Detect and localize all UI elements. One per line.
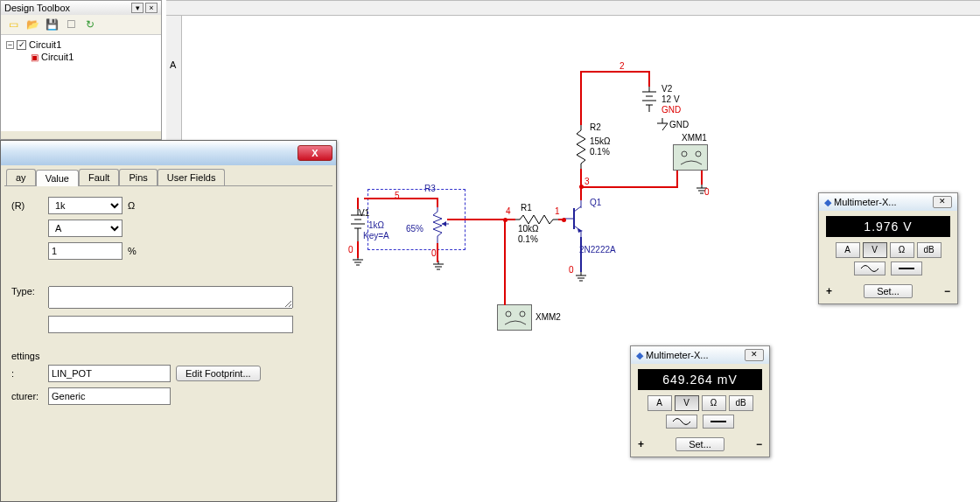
wire-q1-e	[580, 237, 582, 272]
gnd-symbol-v2[interactable]	[655, 118, 669, 132]
wire-node2-h	[580, 71, 649, 73]
q1-model: 2N2222A	[579, 245, 616, 254]
tree-root-row[interactable]: − ✓ Circuit1	[6, 38, 156, 51]
mm2-set-button[interactable]: Set...	[676, 437, 724, 451]
refresh-icon[interactable]: ↻	[83, 17, 97, 31]
save-icon[interactable]: 💾	[45, 17, 59, 31]
wire-v1-gnd	[357, 241, 359, 258]
toolbox-toolbar: ▭ 📂 💾 ☐ ↻	[1, 15, 161, 35]
hierarchy-icon[interactable]: ☐	[64, 17, 78, 31]
tree-expander-icon[interactable]: −	[6, 41, 14, 49]
tab-user-fields[interactable]: User Fields	[158, 169, 226, 185]
wire-v1-r3top	[364, 198, 438, 199]
mm2-mode-a[interactable]: A	[648, 395, 672, 411]
toolbox-pin-icon[interactable]: ▾	[131, 3, 144, 13]
r3-gnd-icon	[431, 261, 445, 273]
mm1-ac-button[interactable]	[854, 261, 886, 275]
component-properties-dialog[interactable]: X ay Value Fault Pins User Fields (R) 1k…	[0, 140, 337, 502]
footprint-input[interactable]	[48, 365, 171, 382]
toolbox-titlebar[interactable]: Design Toolbox ▾ ×	[1, 1, 161, 15]
multimeter-window-1[interactable]: ◆Multimeter-X... ✕ 1.976 V A V Ω dB + Se…	[818, 192, 958, 304]
tab-value[interactable]: Value	[36, 170, 79, 186]
toolbox-title-text: Design Toolbox	[4, 3, 70, 13]
mm2-mode-db[interactable]: dB	[729, 395, 753, 411]
v1-symbol[interactable]	[348, 208, 368, 243]
tab-fault[interactable]: Fault	[79, 169, 119, 185]
mm2-close-button[interactable]: ✕	[745, 349, 764, 361]
mm2-plus-terminal: +	[638, 438, 644, 450]
node-1	[562, 218, 566, 222]
mm1-dc-button[interactable]	[891, 261, 922, 275]
tree-checkbox[interactable]: ✓	[17, 40, 26, 50]
mm1-display: 1.976 V	[826, 216, 950, 237]
svg-point-41	[520, 311, 525, 317]
ruler-letter: A	[170, 59, 176, 70]
xmm1-name: XMM1	[682, 133, 707, 143]
xmm1-node0: 0	[704, 187, 710, 197]
node-4	[503, 218, 508, 222]
edit-footprint-button[interactable]: Edit Footprint...	[176, 366, 261, 381]
wire-r3-gnd	[437, 243, 438, 262]
manufacturer-label: cturer:	[11, 391, 43, 401]
design-toolbox-panel: Design Toolbox ▾ × ▭ 📂 💾 ☐ ↻ − ✓ Circuit…	[0, 0, 162, 140]
tab-pins[interactable]: Pins	[119, 169, 157, 185]
r2-symbol[interactable]	[575, 125, 587, 169]
mm2-mode-ohm[interactable]: Ω	[702, 395, 726, 411]
wire-xmm2-neg	[504, 219, 506, 305]
tree-root-label: Circuit1	[29, 39, 61, 50]
mm2-dc-button[interactable]	[703, 415, 734, 429]
q1-symbol[interactable]	[564, 199, 595, 238]
mm2-title: Multimeter-X...	[646, 350, 709, 360]
svg-point-40	[506, 311, 511, 317]
mm2-mode-v[interactable]: V	[675, 395, 699, 411]
r2-value: 15kΩ	[590, 136, 611, 146]
v2-name: V2	[662, 84, 672, 94]
multimeter-window-2[interactable]: ◆Multimeter-X... ✕ 649.264 mV A V Ω dB +…	[630, 345, 770, 457]
r1-name: R1	[521, 203, 532, 213]
r3-bot-node: 0	[431, 248, 437, 258]
v2-value: 12 V	[662, 94, 680, 104]
dialog-titlebar[interactable]: X	[1, 141, 336, 165]
type-input2[interactable]	[48, 316, 293, 333]
v2-gnd1: GND	[662, 105, 681, 115]
toolbox-close-icon[interactable]: ×	[145, 3, 158, 13]
tree-child-label: Circuit1	[41, 52, 74, 62]
wire-xmm1-posv	[701, 171, 703, 185]
r2-name: R2	[590, 122, 601, 132]
dialog-close-button[interactable]: X	[298, 145, 332, 161]
open-file-icon[interactable]: 📂	[25, 17, 39, 31]
percent-unit: %	[128, 246, 136, 256]
wire-r2-top	[580, 71, 582, 125]
mm1-minus-terminal: −	[944, 285, 950, 297]
wire-q1-c	[580, 186, 582, 200]
app-icon: ◆	[824, 197, 831, 208]
resistance-input[interactable]: 1k	[48, 197, 122, 214]
r2-tol: 0.1%	[590, 147, 610, 157]
wire-xmm1-negv	[676, 171, 678, 188]
mm1-mode-a[interactable]: A	[836, 242, 860, 258]
xmm1-symbol[interactable]	[673, 144, 708, 171]
xmm2-name: XMM2	[536, 312, 561, 322]
mm1-close-button[interactable]: ✕	[933, 196, 952, 208]
design-tree: − ✓ Circuit1 ▣ Circuit1	[1, 35, 161, 131]
v2-symbol[interactable]	[640, 86, 659, 112]
mm1-set-button[interactable]: Set...	[864, 284, 913, 298]
xmm2-symbol[interactable]	[497, 304, 532, 331]
new-file-icon[interactable]: ▭	[6, 17, 20, 31]
key-select[interactable]: A	[48, 220, 122, 237]
r1-symbol[interactable]	[514, 213, 558, 226]
mm1-mode-ohm[interactable]: Ω	[890, 242, 914, 258]
v2-gnd2: GND	[669, 120, 689, 129]
type-textarea[interactable]	[48, 286, 293, 309]
wire-node2-v	[648, 71, 650, 87]
manufacturer-input[interactable]	[48, 387, 171, 405]
wire-r3top-v	[437, 198, 438, 207]
mm2-ac-button[interactable]	[666, 415, 697, 429]
mm1-mode-db[interactable]: dB	[917, 242, 942, 258]
tab-display[interactable]: ay	[6, 169, 36, 185]
percent-input[interactable]	[48, 242, 122, 260]
mm1-mode-v[interactable]: V	[863, 242, 887, 258]
v1-bot-node: 0	[348, 245, 354, 254]
tree-child-row[interactable]: ▣ Circuit1	[6, 51, 156, 63]
wire-xmm1-neg	[581, 186, 677, 188]
